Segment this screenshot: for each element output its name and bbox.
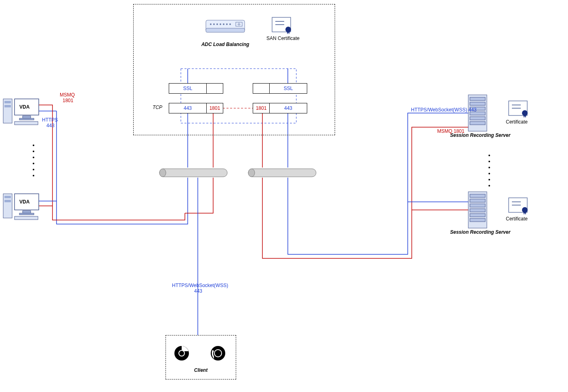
svg-rect-64 <box>470 97 485 101</box>
srs-top-icon <box>468 95 487 131</box>
tcp-label: TCP <box>153 105 162 110</box>
svg-rect-50 <box>4 101 11 103</box>
svg-point-11 <box>33 157 34 158</box>
svg-point-13 <box>33 169 34 170</box>
svg-point-15 <box>488 155 490 156</box>
ssl-left-empty <box>206 83 223 94</box>
svg-rect-61 <box>19 213 34 215</box>
vda-msmq-port: 1801 <box>63 98 73 103</box>
svg-rect-23 <box>248 169 316 177</box>
srs-title-bottom: Session Recording Server <box>450 229 510 235</box>
svg-rect-73 <box>470 204 485 207</box>
srs-cert-top: Certificate <box>506 119 528 125</box>
svg-point-10 <box>33 151 34 152</box>
client-line1: HTTPS/WebSocket(WSS) <box>172 283 224 288</box>
svg-rect-68 <box>470 117 485 120</box>
svg-point-19 <box>488 179 490 180</box>
port1801-right: 1801 <box>253 103 270 113</box>
svg-rect-60 <box>23 211 31 213</box>
port443-right: 443 <box>269 103 307 113</box>
svg-rect-74 <box>470 209 485 212</box>
svg-rect-65 <box>470 102 485 105</box>
vda-label-top: VDA <box>19 104 29 110</box>
svg-point-12 <box>33 163 34 164</box>
san-cert-label: SAN Certificate <box>266 36 299 41</box>
diagram-stage: ADC Load Balancing SAN Certificate SSL 4… <box>0 0 568 392</box>
srs-https: HTTPS/WebSocket(WSS) 443 <box>411 107 477 113</box>
client-title: Client <box>166 367 236 373</box>
port443-left: 443 <box>169 103 207 113</box>
svg-point-20 <box>488 185 490 187</box>
svg-point-18 <box>488 173 490 174</box>
svg-rect-76 <box>470 218 485 222</box>
svg-rect-54 <box>19 118 34 120</box>
srs-cert-bottom: Certificate <box>506 216 528 222</box>
svg-point-22 <box>159 169 166 177</box>
vda-label-bottom: VDA <box>19 199 29 205</box>
svg-rect-55 <box>15 122 38 125</box>
port1801-left: 1801 <box>206 103 223 113</box>
svg-rect-72 <box>470 199 485 202</box>
svg-point-14 <box>33 175 34 176</box>
vda-https: HTTPS <box>42 117 58 123</box>
adc-title: ADC Load Balancing <box>197 42 254 47</box>
adc-box <box>133 4 335 135</box>
svg-point-16 <box>488 161 490 162</box>
vda-msmq: MSMQ <box>60 92 75 98</box>
svg-rect-75 <box>470 214 485 217</box>
svg-rect-71 <box>470 194 485 197</box>
svg-rect-58 <box>4 200 11 202</box>
svg-point-24 <box>248 169 255 177</box>
svg-point-17 <box>488 167 490 168</box>
svg-rect-21 <box>159 169 227 177</box>
ssl-right-empty <box>253 83 270 94</box>
ssl-left: SSL <box>169 83 207 94</box>
vda-https-port: 443 <box>46 123 54 128</box>
srs-msmq: MSMQ 1801 <box>437 128 464 134</box>
svg-rect-51 <box>4 105 11 107</box>
vda-top-icon <box>3 99 39 125</box>
svg-rect-69 <box>470 122 485 125</box>
svg-rect-62 <box>15 216 38 220</box>
client-line2: 443 <box>172 288 224 294</box>
vda-bottom-icon <box>3 194 39 220</box>
svg-rect-57 <box>4 196 11 198</box>
ssl-right: SSL <box>269 83 307 94</box>
svg-rect-53 <box>23 116 31 118</box>
srs-bottom-icon <box>468 192 487 228</box>
svg-point-9 <box>33 145 34 146</box>
